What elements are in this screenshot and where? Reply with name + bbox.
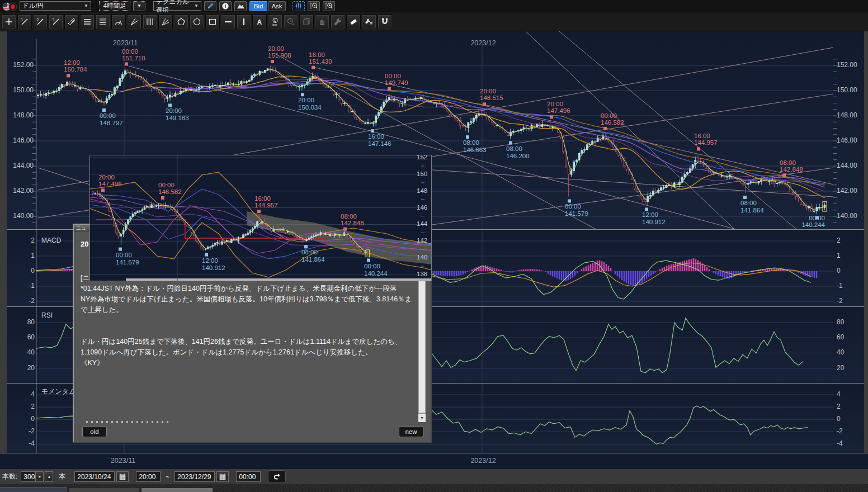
bottom-control-bar: 本数: 300 ▼ ▲ 本 2023/10/24 20:00 ~ 2023/12… <box>0 469 868 484</box>
vertical-lines-tool[interactable] <box>143 15 157 29</box>
hand-tool[interactable] <box>315 15 329 29</box>
annotation-label: 141.864 <box>301 256 325 263</box>
bid-button[interactable]: Bid <box>249 1 267 11</box>
old-button[interactable]: old <box>82 426 107 437</box>
annotation-label: 149.749 <box>385 79 408 86</box>
icon-stamp-tool[interactable]: icon <box>268 15 282 29</box>
macd-histogram-bar <box>586 266 587 271</box>
rectangle-tool[interactable] <box>205 15 220 29</box>
chart-style-button[interactable] <box>293 1 305 11</box>
fan-lines-tool[interactable] <box>127 15 141 29</box>
chevron-down-icon: ▼ <box>81 3 88 8</box>
draw-pencil-button[interactable] <box>204 1 216 11</box>
zoom-out-button[interactable] <box>308 1 320 11</box>
annotation-label: 12:00 <box>202 257 218 264</box>
annotation-label: 146.582 <box>158 188 182 195</box>
trendline-3-tool[interactable]: 3 <box>49 15 63 29</box>
trendline[interactable] <box>400 168 833 197</box>
macd-histogram-bar <box>606 264 607 271</box>
bar-count-input[interactable]: 300 <box>21 471 35 482</box>
horizontal-line-tool[interactable] <box>221 15 235 29</box>
candle-body <box>282 77 284 78</box>
ruler-tool[interactable] <box>64 15 79 29</box>
candle-body <box>357 247 359 248</box>
news-scrollbar[interactable]: ▼ <box>418 276 426 422</box>
info-button[interactable]: i <box>219 1 232 11</box>
annotation-label: 151.908 <box>268 52 291 59</box>
to-time-input[interactable]: 00:00 <box>236 471 261 482</box>
macd-histogram-bar <box>626 271 628 283</box>
reset-range-button[interactable] <box>268 470 286 483</box>
area-chart-button[interactable] <box>234 1 247 11</box>
chevron-down-icon: ▼ <box>137 3 141 8</box>
macd-histogram-bar <box>617 271 619 276</box>
technical-select[interactable]: テクニカル選択 ▼ <box>153 1 201 11</box>
annotation-label: 12:00 <box>642 211 658 218</box>
trendline-2-tool[interactable]: 2 <box>33 15 48 29</box>
wrench-tool[interactable] <box>331 15 345 29</box>
macd-histogram-bar <box>688 259 690 271</box>
annotation-label: 140.244 <box>801 221 825 228</box>
macd-histogram-bar <box>494 268 496 271</box>
zoom-y-axis-label: 144 <box>417 220 431 227</box>
macd-histogram-bar <box>498 269 500 271</box>
from-date-input[interactable]: 2023/10/24 <box>74 471 115 482</box>
trendline[interactable] <box>526 31 752 229</box>
annotation-label: 20:00 <box>98 174 115 181</box>
annotation-label: 16:00 <box>694 133 710 139</box>
macd-histogram-bar <box>812 271 813 277</box>
to-date-input[interactable]: 2023/12/29 <box>174 471 215 482</box>
multi-lines-tool[interactable] <box>96 15 110 29</box>
magnet-tool[interactable] <box>378 15 392 29</box>
taskbar-tab[interactable] <box>141 488 213 492</box>
text-tool[interactable]: A <box>252 15 267 29</box>
scroll-down-button[interactable]: ▼ <box>418 414 426 422</box>
macd-histogram-bar <box>628 271 630 285</box>
pair-select[interactable]: ドル/円 ▼ <box>20 1 91 11</box>
high-marker <box>161 196 164 200</box>
ask-button[interactable]: Ask <box>268 1 286 11</box>
parallel-lines-tool[interactable] <box>80 15 95 29</box>
annotation-label: 16:00 <box>254 195 271 202</box>
ellipse-tool[interactable] <box>190 15 204 29</box>
count-decrease-button[interactable]: ▼ <box>35 471 44 482</box>
gann-fan-tool[interactable] <box>158 15 173 29</box>
annotation-label: 142.848 <box>780 166 803 173</box>
history-tool[interactable] <box>284 15 298 29</box>
count-increase-button[interactable]: ▲ <box>45 471 53 482</box>
crosshair-tool[interactable] <box>2 15 16 29</box>
from-time-input[interactable]: 20:00 <box>136 471 161 482</box>
annotation-label: 08:00 <box>301 249 318 256</box>
from-date-calendar-button[interactable] <box>116 471 129 482</box>
macd-histogram-bar <box>55 271 57 271</box>
high-marker <box>101 188 105 192</box>
news-scrollbar-thumb[interactable] <box>418 276 426 413</box>
macd-histogram-bar <box>650 271 652 276</box>
pentagon-tool[interactable] <box>174 15 188 29</box>
macd-histogram-bar <box>58 271 59 271</box>
zoom-in-button[interactable] <box>323 1 335 11</box>
timeframe-select[interactable]: 4時間足 <box>99 1 130 11</box>
taskbar-tab[interactable] <box>0 488 67 492</box>
macd-histogram-bar <box>505 271 507 272</box>
macd-histogram-bar <box>720 271 721 276</box>
annotation-label: 148.797 <box>100 120 123 126</box>
trendline[interactable] <box>559 31 817 229</box>
candle-body <box>644 200 646 202</box>
taskbar-tab[interactable] <box>69 488 139 492</box>
indicator-axis-label: 60 <box>12 333 35 341</box>
candle-body <box>343 103 345 103</box>
macd-histogram-bar <box>463 271 464 275</box>
eraser-tool[interactable] <box>346 15 361 29</box>
gauge-tool[interactable] <box>111 15 126 29</box>
news-paragraph: ドル・円は140円25銭まで下落後、141円26銭まで反発。ユーロ・ドルは1.1… <box>81 337 416 358</box>
copy-tool[interactable] <box>299 15 314 29</box>
vertical-line-tool[interactable] <box>237 15 251 29</box>
trendline-1-tool[interactable]: 1 <box>17 15 32 29</box>
timeframe-dropdown-button[interactable]: ▼ <box>133 1 145 11</box>
to-date-calendar-button[interactable] <box>216 471 229 482</box>
settings-list-tool[interactable] <box>362 15 376 29</box>
zoom-chart-window[interactable]: 20:00147.49600:00141.57900:00146.58212:0… <box>89 155 432 281</box>
new-button[interactable]: new <box>399 426 423 437</box>
macd-histogram-bar <box>624 271 625 282</box>
